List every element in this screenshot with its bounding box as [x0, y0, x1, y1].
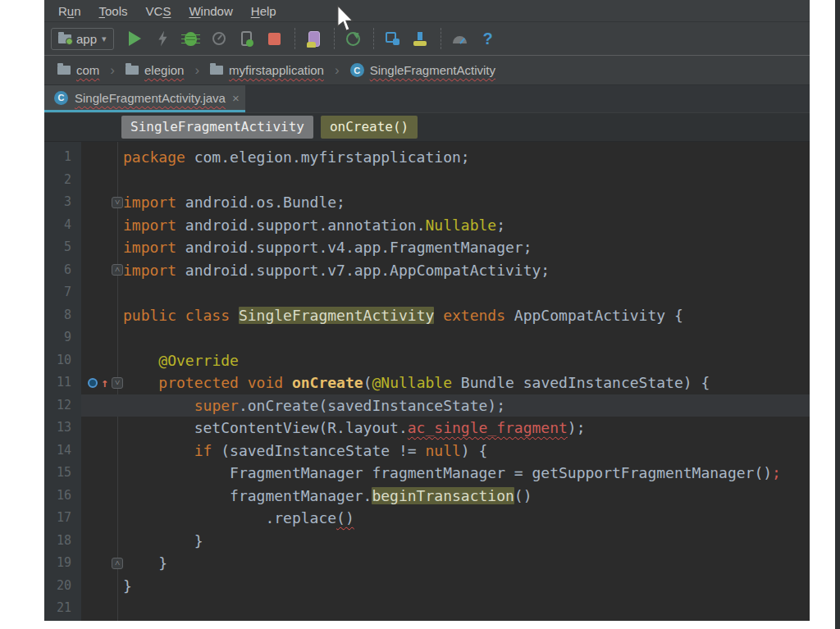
- run-icon: [129, 31, 141, 46]
- code-line[interactable]: 1package com.elegion.myfirstapplication;: [44, 146, 810, 169]
- code-line[interactable]: 12 super.onCreate(savedInstanceState);: [44, 394, 810, 417]
- profile-button[interactable]: [208, 27, 231, 50]
- run-config-label: app: [76, 32, 97, 46]
- attach-debugger-button[interactable]: [381, 27, 404, 50]
- code-line[interactable]: 17 .replace(): [44, 507, 810, 530]
- folder-icon: [126, 66, 139, 75]
- line-number: 18: [44, 530, 71, 553]
- line-number: 8: [44, 304, 71, 327]
- menu-item-help[interactable]: Help: [244, 2, 284, 20]
- code-line[interactable]: 5import android.support.v4.app.FragmentM…: [44, 236, 810, 259]
- breadcrumb-item-com[interactable]: com: [52, 61, 104, 80]
- stop-icon: [268, 33, 281, 45]
- breadcrumb-separator: ›: [192, 62, 202, 79]
- mouse-cursor: [336, 5, 355, 33]
- code-line[interactable]: 2: [44, 169, 810, 192]
- purple-device-icon: [308, 31, 320, 47]
- context-method-chip[interactable]: onCreate(): [321, 116, 418, 139]
- line-number: 13: [44, 417, 71, 440]
- class-icon: C: [54, 91, 68, 105]
- line-number: 15: [44, 462, 71, 485]
- sync-icon: [346, 32, 360, 46]
- toolbar-separator: [294, 28, 295, 49]
- breadcrumb-separator: ›: [107, 62, 117, 79]
- breadcrumb-label: elegion: [144, 63, 184, 77]
- run-button[interactable]: [124, 27, 147, 50]
- code-text: setContentView(R.layout.ac_single_fragme…: [123, 417, 586, 440]
- lightning-icon: [158, 31, 168, 47]
- code-line[interactable]: 8public class SingleFragmentActivity ext…: [44, 304, 810, 327]
- line-number: 20: [44, 575, 71, 598]
- code-text: }: [123, 552, 167, 575]
- line-number: 17: [44, 507, 71, 530]
- line-number: 16: [44, 485, 71, 508]
- breadcrumb-item-SingleFragmentActivity[interactable]: CSingleFragmentActivity: [345, 61, 500, 80]
- breadcrumb-separator: ›: [332, 62, 342, 79]
- code-text: import android.support.v4.app.FragmentMa…: [123, 236, 532, 259]
- menu-item-tools[interactable]: Tools: [92, 2, 135, 20]
- breadcrumb: com›elegion›myfirstapplication›CSingleFr…: [44, 56, 810, 85]
- line-number: 10: [44, 349, 71, 372]
- fold-open-icon[interactable]: ˅: [112, 197, 123, 208]
- code-text: package com.elegion.myfirstapplication;: [123, 146, 470, 169]
- profiler-icon: [453, 36, 467, 43]
- breadcrumb-item-elegion[interactable]: elegion: [121, 61, 189, 80]
- bug-icon: [185, 32, 197, 46]
- code-text: }: [123, 575, 132, 598]
- code-line[interactable]: 21: [44, 597, 810, 620]
- fold-close-icon[interactable]: ˄: [112, 558, 123, 569]
- toolbar-separator: [373, 28, 374, 49]
- code-line[interactable]: 10 @Override: [44, 349, 810, 372]
- debug-button[interactable]: [180, 27, 203, 50]
- run-device-button[interactable]: [235, 27, 258, 50]
- code-editor[interactable]: SingleFragmentActivity onCreate() 1packa…: [44, 113, 810, 621]
- context-header: SingleFragmentActivity onCreate(): [44, 113, 810, 142]
- line-number: 14: [44, 440, 71, 463]
- fold-close-gutter-icon[interactable]: ˄: [75, 259, 123, 282]
- code-line[interactable]: 7: [44, 281, 810, 304]
- fold-close-icon[interactable]: ˄: [112, 264, 123, 276]
- code-line[interactable]: 19˄ }: [44, 552, 810, 575]
- close-icon[interactable]: ×: [232, 91, 240, 105]
- code-line[interactable]: 4import android.support.annotation.Nulla…: [44, 214, 810, 237]
- main-toolbar: app ▾ ?: [44, 22, 810, 56]
- code-line[interactable]: 3˅import android.os.Bundle;: [44, 191, 810, 214]
- line-number: 12: [44, 394, 71, 417]
- tab-singlefragmentactivity[interactable]: C SingleFragmentActivity.java ×: [44, 85, 245, 112]
- override-gutter-icon[interactable]: ↑˅: [75, 371, 123, 394]
- slide-background: RunToolsVCSWindowHelp app ▾ ?: [0, 0, 840, 629]
- code-line[interactable]: 11↑˅ protected void onCreate(@Nullable B…: [44, 371, 810, 394]
- apply-changes-button[interactable]: [152, 27, 175, 50]
- menu-item-window[interactable]: Window: [181, 2, 240, 20]
- breadcrumb-label: myfirstapplication: [229, 63, 324, 77]
- menu-item-vcs[interactable]: VCS: [139, 2, 179, 20]
- fold-open-gutter-icon[interactable]: ˅: [75, 191, 123, 214]
- breadcrumb-label: SingleFragmentActivity: [370, 63, 495, 77]
- code-line[interactable]: 6˄import android.support.v7.app.AppCompa…: [44, 259, 810, 282]
- menu-item-run[interactable]: Run: [51, 2, 89, 20]
- context-class-chip[interactable]: SingleFragmentActivity: [121, 116, 313, 139]
- code-line[interactable]: 13 setContentView(R.layout.ac_single_fra…: [44, 417, 810, 440]
- code-line[interactable]: 15 FragmentManager fragmentManager = get…: [44, 462, 810, 485]
- code-text: .replace(): [123, 507, 354, 530]
- fold-close-gutter-icon[interactable]: ˄: [75, 552, 123, 575]
- breadcrumb-item-myfirstapplication[interactable]: myfirstapplication: [205, 61, 329, 80]
- class-icon: C: [350, 63, 364, 77]
- stop-button[interactable]: [263, 27, 286, 50]
- fold-open-icon[interactable]: ˅: [112, 377, 123, 389]
- profiler-button[interactable]: [449, 27, 472, 50]
- code-line[interactable]: 14 if (savedInstanceState != null) {: [44, 440, 810, 463]
- code-lines: 1package com.elegion.myfirstapplication;…: [44, 146, 810, 620]
- code-text: import android.support.annotation.Nullab…: [123, 214, 505, 237]
- code-line[interactable]: 9: [44, 326, 810, 349]
- device-icon: [241, 31, 252, 46]
- code-line[interactable]: 20}: [44, 575, 810, 598]
- run-config-selector[interactable]: app ▾: [51, 28, 114, 50]
- code-line[interactable]: 16 fragmentManager.beginTransaction(): [44, 485, 810, 508]
- run-config-folder-icon: [58, 34, 71, 43]
- sdk-manager-button[interactable]: [409, 27, 432, 50]
- profile-apk-button[interactable]: [303, 27, 326, 50]
- override-icon[interactable]: [88, 378, 98, 388]
- help-button[interactable]: ?: [477, 27, 500, 50]
- code-line[interactable]: 18 }: [44, 530, 810, 553]
